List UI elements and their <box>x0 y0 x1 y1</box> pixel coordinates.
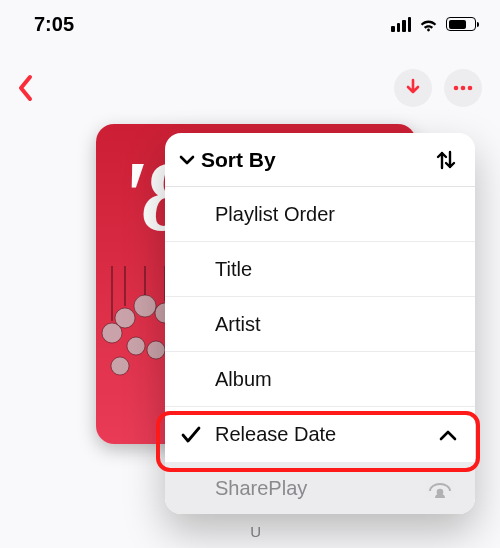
status-time: 7:05 <box>34 13 74 36</box>
check-icon <box>181 426 201 444</box>
svg-point-8 <box>127 337 145 355</box>
svg-point-0 <box>454 86 459 91</box>
sort-direction-button[interactable] <box>435 149 457 171</box>
sort-menu-header[interactable]: Sort By <box>165 133 475 187</box>
status-right <box>391 17 476 32</box>
cellular-signal-icon <box>391 17 411 32</box>
sort-by-label: Sort By <box>201 148 276 172</box>
svg-point-10 <box>111 357 129 375</box>
more-button[interactable] <box>444 69 482 107</box>
svg-point-1 <box>461 86 466 91</box>
svg-point-6 <box>102 323 122 343</box>
sort-option-label: Playlist Order <box>215 203 335 226</box>
back-button[interactable] <box>18 74 34 102</box>
battery-icon <box>446 17 476 31</box>
svg-point-2 <box>468 86 473 91</box>
chevron-up-icon <box>439 429 457 441</box>
sort-option-release-date[interactable]: Release Date <box>165 407 475 462</box>
svg-point-9 <box>147 341 165 359</box>
sort-option-label: Release Date <box>215 423 336 446</box>
shareplay-row[interactable]: SharePlay <box>165 462 475 514</box>
sort-option-label: Album <box>215 368 272 391</box>
chevron-down-icon <box>179 154 195 166</box>
status-bar: 7:05 <box>0 0 500 48</box>
sort-option-label: Artist <box>215 313 261 336</box>
sort-menu: Sort By Playlist Order Title Artist Albu… <box>165 133 475 514</box>
wifi-icon <box>418 17 439 32</box>
sort-option-playlist-order[interactable]: Playlist Order <box>165 187 475 242</box>
download-button[interactable] <box>394 69 432 107</box>
playlist-updated: U <box>96 523 416 540</box>
sort-option-label: Title <box>215 258 252 281</box>
sort-option-album[interactable]: Album <box>165 352 475 407</box>
shareplay-icon <box>427 478 453 498</box>
shareplay-label: SharePlay <box>215 477 307 500</box>
sort-option-title[interactable]: Title <box>165 242 475 297</box>
nav-actions <box>394 69 482 107</box>
nav-bar <box>0 64 500 112</box>
svg-point-3 <box>134 295 156 317</box>
sort-option-artist[interactable]: Artist <box>165 297 475 352</box>
